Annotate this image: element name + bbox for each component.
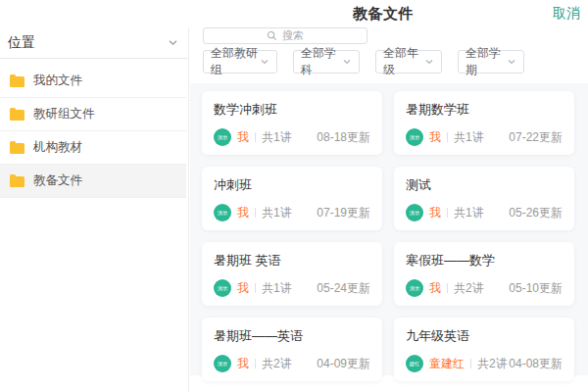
lecture-count: 共2讲 bbox=[477, 356, 508, 372]
filter-label: 全部学科 bbox=[301, 45, 342, 78]
course-title: 冲刺班 bbox=[214, 176, 370, 194]
filter-label: 全部学期 bbox=[466, 45, 507, 78]
owner-avatar-badge: 演示 bbox=[214, 355, 231, 372]
course-card[interactable]: 暑期班——英语 演示 我 共2讲 04-09更新 bbox=[202, 318, 382, 381]
search-input[interactable]: 搜索 bbox=[203, 27, 368, 44]
course-meta: 演示 我 共1讲 05-24更新 bbox=[214, 279, 370, 297]
meta-divider bbox=[255, 208, 256, 218]
file-picker-dialog: 教备文件 取消 位置 我的文件 教研组文件 机构教材 教备文件 bbox=[0, 0, 588, 392]
course-card[interactable]: 数学冲刺班 演示 我 共1讲 08-18更新 bbox=[202, 91, 382, 155]
owner-avatar-badge: 演示 bbox=[406, 204, 423, 221]
lecture-count: 共1讲 bbox=[262, 129, 292, 146]
sidebar-item-teaching-prep-files[interactable]: 教备文件 bbox=[0, 165, 186, 198]
course-card[interactable]: 暑期数学班 演示 我 共1讲 07-22更新 bbox=[394, 91, 574, 155]
filter-label: 全部教研组 bbox=[211, 45, 260, 78]
folder-icon bbox=[10, 176, 24, 187]
lecture-count: 共2讲 bbox=[262, 356, 292, 372]
owner-avatar-badge: 演示 bbox=[214, 279, 231, 297]
updated-date: 07-19更新 bbox=[317, 205, 370, 221]
course-title: 寒假班——数学 bbox=[406, 252, 563, 270]
folder-list: 我的文件 教研组文件 机构教材 教备文件 bbox=[0, 59, 188, 198]
course-meta: 建红 童建红 共2讲 04-08更新 bbox=[406, 355, 563, 372]
course-card[interactable]: 寒假班——数学 演示 我 共2讲 05-10更新 bbox=[394, 242, 574, 306]
course-meta: 演示 我 共2讲 04-09更新 bbox=[214, 355, 370, 372]
filter-label: 全部年级 bbox=[383, 45, 424, 78]
updated-date: 04-08更新 bbox=[509, 356, 563, 372]
sidebar-item-label: 我的文件 bbox=[33, 73, 82, 89]
course-meta: 演示 我 共1讲 08-18更新 bbox=[214, 128, 370, 146]
course-title: 暑期数学班 bbox=[406, 101, 563, 119]
chevron-down-icon bbox=[507, 57, 516, 67]
filter-teaching-group[interactable]: 全部教研组 bbox=[203, 50, 277, 74]
owner-name: 童建红 bbox=[429, 356, 465, 372]
filter-semester[interactable]: 全部学期 bbox=[458, 50, 524, 74]
sidebar-header[interactable]: 位置 bbox=[0, 27, 188, 59]
sidebar-item-label: 机构教材 bbox=[33, 139, 82, 156]
course-card[interactable]: 冲刺班 演示 我 共1讲 07-19更新 bbox=[202, 167, 382, 230]
search-placeholder: 搜索 bbox=[282, 28, 304, 43]
meta-divider bbox=[447, 283, 448, 293]
owner-name: 我 bbox=[237, 356, 249, 372]
folder-icon bbox=[10, 110, 24, 121]
location-sidebar: 位置 我的文件 教研组文件 机构教材 教备文件 bbox=[0, 27, 189, 392]
lecture-count: 共1讲 bbox=[262, 205, 292, 221]
course-meta: 演示 我 共1讲 05-26更新 bbox=[406, 204, 563, 221]
course-title: 九年级英语 bbox=[406, 327, 563, 345]
meta-divider bbox=[447, 208, 448, 218]
lecture-count: 共2讲 bbox=[454, 280, 484, 297]
meta-divider bbox=[470, 359, 471, 368]
meta-divider bbox=[255, 283, 256, 293]
lecture-count: 共1讲 bbox=[262, 280, 292, 297]
course-title: 暑期班——英语 bbox=[214, 327, 370, 345]
chevron-down-icon bbox=[260, 57, 270, 67]
chevron-down-icon bbox=[424, 57, 434, 67]
filter-row: 全部教研组 全部学科 全部年级 全部学期 bbox=[203, 50, 588, 74]
sidebar-title: 位置 bbox=[8, 34, 35, 52]
owner-name: 我 bbox=[429, 129, 441, 146]
course-title: 测试 bbox=[406, 176, 563, 194]
sidebar-item-my-files[interactable]: 我的文件 bbox=[0, 65, 186, 98]
course-card-grid: 数学冲刺班 演示 我 共1讲 08-18更新 暑期数学班 演示 我 bbox=[202, 91, 580, 381]
toolbar: 搜索 全部教研组 全部学科 全部年级 全部学期 bbox=[190, 27, 588, 74]
owner-avatar-badge: 演示 bbox=[214, 204, 231, 221]
lecture-count: 共1讲 bbox=[454, 129, 484, 146]
sidebar-item-label: 教备文件 bbox=[33, 172, 82, 189]
owner-avatar-badge: 演示 bbox=[406, 128, 423, 146]
owner-name: 我 bbox=[429, 280, 441, 297]
main-panel: 搜索 全部教研组 全部学科 全部年级 全部学期 bbox=[190, 27, 588, 392]
owner-avatar-badge: 演示 bbox=[214, 128, 231, 146]
updated-date: 07-22更新 bbox=[509, 129, 563, 146]
folder-icon bbox=[10, 143, 24, 154]
course-title: 数学冲刺班 bbox=[214, 101, 370, 119]
filter-grade[interactable]: 全部年级 bbox=[375, 50, 442, 74]
course-card[interactable]: 九年级英语 建红 童建红 共2讲 04-08更新 bbox=[394, 318, 574, 381]
course-card-area: 数学冲刺班 演示 我 共1讲 08-18更新 暑期数学班 演示 我 bbox=[190, 83, 588, 375]
page-title: 教备文件 bbox=[178, 5, 588, 24]
updated-date: 04-09更新 bbox=[317, 356, 370, 372]
updated-date: 05-10更新 bbox=[509, 280, 563, 297]
chevron-down-icon[interactable] bbox=[168, 37, 178, 48]
owner-name: 我 bbox=[429, 205, 441, 221]
filter-subject[interactable]: 全部学科 bbox=[293, 50, 360, 74]
course-meta: 演示 我 共1讲 07-22更新 bbox=[406, 128, 563, 146]
sidebar-item-group-files[interactable]: 教研组文件 bbox=[0, 98, 186, 131]
course-meta: 演示 我 共1讲 07-19更新 bbox=[214, 204, 370, 221]
course-title: 暑期班 英语 bbox=[214, 252, 370, 270]
meta-divider bbox=[255, 132, 256, 142]
course-card[interactable]: 测试 演示 我 共1讲 05-26更新 bbox=[394, 167, 574, 230]
owner-name: 我 bbox=[237, 205, 249, 221]
updated-date: 08-18更新 bbox=[317, 129, 370, 146]
search-icon bbox=[267, 30, 277, 41]
lecture-count: 共1讲 bbox=[454, 205, 484, 221]
sidebar-item-institution-materials[interactable]: 机构教材 bbox=[0, 131, 186, 165]
owner-name: 我 bbox=[237, 280, 249, 297]
course-meta: 演示 我 共2讲 05-10更新 bbox=[406, 279, 563, 297]
updated-date: 05-24更新 bbox=[317, 280, 370, 297]
owner-avatar-badge: 建红 bbox=[406, 355, 423, 372]
owner-name: 我 bbox=[237, 129, 249, 146]
updated-date: 05-26更新 bbox=[509, 205, 563, 221]
folder-icon bbox=[10, 76, 24, 87]
cancel-button[interactable]: 取消 bbox=[553, 5, 580, 23]
course-card[interactable]: 暑期班 英语 演示 我 共1讲 05-24更新 bbox=[202, 242, 382, 306]
meta-divider bbox=[447, 132, 448, 142]
